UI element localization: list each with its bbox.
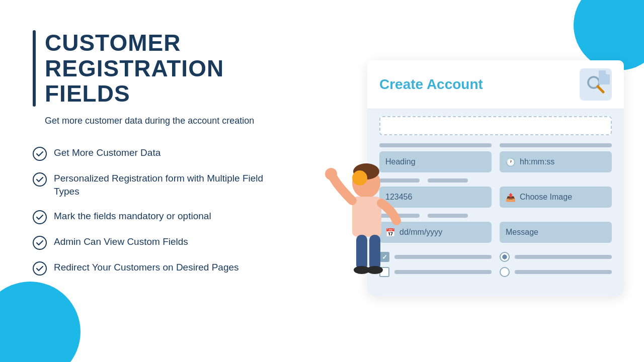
message-field-text: Message <box>506 228 538 237</box>
label-bar-image <box>428 178 468 183</box>
label-bar-time <box>500 143 612 147</box>
fields-row-3: 📅 dd/mm/yyyy Message <box>379 222 612 243</box>
features-list: Get More Customer Data Personalized Regi… <box>33 146 284 276</box>
radio-group <box>500 247 612 282</box>
radio-item-1 <box>500 252 612 262</box>
list-item: Admin Can View Custom Fields <box>33 235 284 250</box>
time-field-text: hh:mm:ss <box>520 157 554 166</box>
title-block: CUSTOMER REGISTRATION FIELDS <box>33 30 284 107</box>
checkbox-2-label <box>394 270 492 274</box>
svg-point-12 <box>325 168 337 180</box>
svg-point-3 <box>33 236 46 249</box>
feature-text-5: Redirect Your Customers on Desired Pages <box>54 261 239 275</box>
subtitle-text: Get more customer data during the accoun… <box>45 116 284 126</box>
deco-bottom-left-circle <box>0 282 80 362</box>
deco-top-right-circle <box>574 0 644 70</box>
radio-2-unselected[interactable] <box>500 267 510 277</box>
feature-text-4: Admin Can View Custom Fields <box>54 235 188 249</box>
image-field[interactable]: 📤 Choose Image <box>500 187 612 208</box>
doc-corner <box>606 70 610 74</box>
image-upload-icon: 📤 <box>506 193 516 202</box>
radio-1-label <box>515 255 612 259</box>
radio-1-selected[interactable] <box>500 252 510 262</box>
feature-text-3: Mark the fields mandatory or optional <box>54 210 211 223</box>
svg-line-15 <box>598 86 603 92</box>
label-row-3 <box>379 214 612 218</box>
character-figure <box>322 155 408 296</box>
label-row-2 <box>379 178 612 183</box>
radio-2-label <box>515 270 612 274</box>
checkbox-1-label <box>394 255 492 259</box>
fields-row-1: Heading 🕐 hh:mm:ss <box>379 151 612 172</box>
title-accent-bar <box>33 30 36 107</box>
svg-point-2 <box>33 211 46 224</box>
label-bar-heading <box>379 143 492 147</box>
label-bar-message <box>428 214 468 218</box>
feature-text-1: Get More Customer Data <box>54 146 160 160</box>
clock-icon: 🕐 <box>506 157 516 167</box>
svg-point-0 <box>33 147 46 160</box>
search-icon-container <box>580 68 612 101</box>
list-item: Get More Customer Data <box>33 146 284 161</box>
check-icon-4 <box>33 236 47 250</box>
svg-point-1 <box>33 173 46 186</box>
radio-item-2 <box>500 267 612 277</box>
svg-rect-8 <box>356 235 367 270</box>
page-title: CUSTOMER REGISTRATION FIELDS <box>45 30 284 107</box>
form-header: Create Account <box>367 60 624 109</box>
fields-row-2: 123456 📤 Choose Image <box>379 187 612 208</box>
svg-point-11 <box>367 266 383 274</box>
check-icon-3 <box>33 210 47 224</box>
feature-text-2: Personalized Registration form with Mult… <box>54 172 284 199</box>
full-width-input[interactable] <box>379 116 612 135</box>
list-item: Personalized Registration form with Mult… <box>33 172 284 199</box>
check-icon-2 <box>33 172 47 187</box>
right-section: Create Account <box>367 60 624 296</box>
left-content: CUSTOMER REGISTRATION FIELDS Get more cu… <box>33 30 284 287</box>
search-icon-bg <box>580 68 612 101</box>
label-row-1 <box>379 143 612 147</box>
svg-point-4 <box>33 262 46 275</box>
image-field-text: Choose Image <box>520 193 572 202</box>
check-icon-5 <box>33 261 47 276</box>
message-field[interactable]: Message <box>500 222 612 243</box>
orange-dot <box>352 170 367 186</box>
time-field[interactable]: 🕐 hh:mm:ss <box>500 151 612 172</box>
svg-rect-9 <box>369 235 380 270</box>
form-title: Create Account <box>379 76 483 93</box>
doc-icon <box>599 70 610 84</box>
bottom-row <box>379 247 612 282</box>
check-icon-1 <box>33 147 47 161</box>
list-item: Redirect Your Customers on Desired Pages <box>33 261 284 276</box>
list-item: Mark the fields mandatory or optional <box>33 210 284 224</box>
